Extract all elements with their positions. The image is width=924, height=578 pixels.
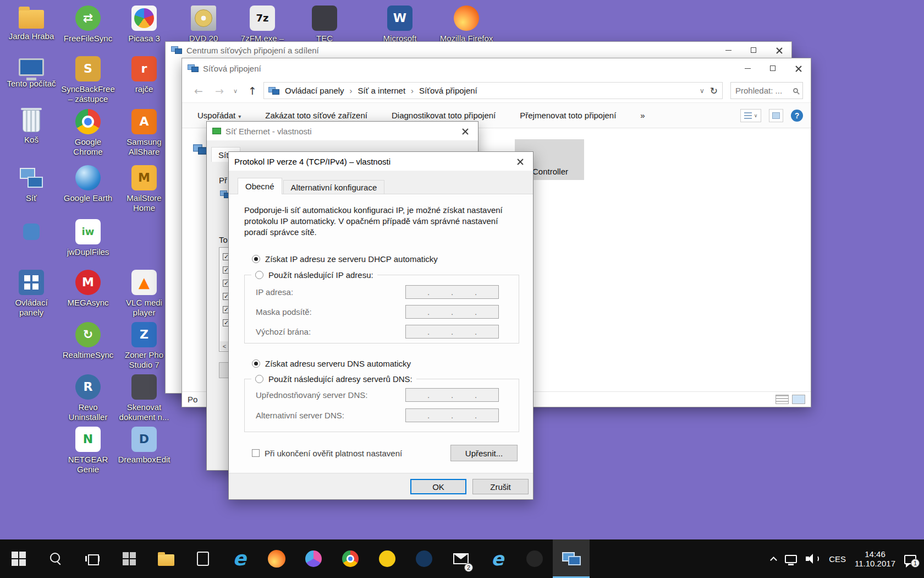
taskbar-internet-explorer[interactable]: e <box>479 539 516 578</box>
history-chevron-icon[interactable]: ∨ <box>230 83 240 99</box>
taskbar-task-view[interactable] <box>74 539 111 578</box>
default-gateway-input[interactable] <box>405 325 499 339</box>
tab-alternate-configuration[interactable]: Alternativní konfigurace <box>283 180 385 194</box>
maximize-button[interactable] <box>760 58 785 78</box>
desktop-icon-vlc[interactable]: ▲VLC medi player <box>116 270 173 318</box>
desktop-icon-netgear-genie[interactable]: NNETGEAR Genie <box>59 427 117 475</box>
taskbar-file-explorer[interactable] <box>147 539 184 578</box>
volume-icon[interactable] <box>806 553 820 564</box>
breadcrumb-item[interactable]: Síť a internet <box>358 86 406 95</box>
titlebar[interactable]: Síť Ethernet - vlastnosti <box>207 122 478 140</box>
forward-icon[interactable]: → <box>211 83 228 99</box>
taskbar-skype-app[interactable] <box>405 539 442 578</box>
taskbar-dark-app[interactable] <box>516 539 553 578</box>
desktop-icon-label: SyncBackFree – zástupce <box>59 84 117 104</box>
desktop-icon-jarda-hraba[interactable]: Jarda Hraba <box>3 6 60 41</box>
taskbar-app-frame[interactable] <box>184 539 221 578</box>
radio-dhcp-auto[interactable]: Získat IP adresu ze serveru DHCP automat… <box>252 253 438 264</box>
titlebar[interactable]: Síťová připojení <box>182 58 811 78</box>
refresh-icon[interactable]: ↻ <box>710 85 718 96</box>
close-button[interactable] <box>507 152 533 171</box>
view-options-button[interactable]: ∨ <box>740 109 761 122</box>
desktop-icon-realtimesync[interactable]: ↻RealtimeSync <box>59 322 117 360</box>
cancel-button[interactable]: Zrušit <box>472 479 529 494</box>
address-chevron-icon[interactable]: ∨ <box>700 87 705 95</box>
desktop-icon-dvd-20[interactable]: DVD 20 <box>175 6 232 43</box>
taskbar-network-connections[interactable] <box>553 539 590 578</box>
network-tray-icon[interactable] <box>785 555 797 563</box>
help-button[interactable]: ? <box>791 110 803 122</box>
desktop-icon-rajce[interactable]: rrajče <box>116 56 173 94</box>
advanced-button[interactable]: Upřesnit... <box>450 445 518 461</box>
tray-expand-icon[interactable] <box>770 557 777 564</box>
subnet-mask-input[interactable] <box>405 305 499 319</box>
desktop-icon-megasync[interactable]: MMEGAsync <box>59 270 117 308</box>
desktop-icon-picasa-3[interactable]: Picasa 3 <box>116 6 173 43</box>
action-center-icon[interactable]: 1 <box>904 555 916 564</box>
ok-button[interactable]: OK <box>410 479 466 494</box>
desktop-icon-google-chrome[interactable]: Google Chrome <box>59 109 117 157</box>
desktop-icon-syncbackfree[interactable]: SSyncBackFree – zástupce <box>59 56 117 104</box>
desktop-icon-ovladaci-panely[interactable]: Ovládací panely <box>3 270 60 318</box>
toolbar-disable-device[interactable]: Zakázat toto síťové zařízení <box>265 111 367 120</box>
desktop-icon-mailstore-home[interactable]: MMailStore Home <box>116 165 173 213</box>
taskbar-edge[interactable]: e <box>221 539 258 578</box>
search-input[interactable]: Prohledat: ... <box>730 82 803 99</box>
titlebar[interactable]: Centrum síťových připojení a sdílení <box>166 42 791 58</box>
up-icon[interactable]: ↑ <box>244 83 261 99</box>
toolbar-rename[interactable]: Přejmenovat toto připojení <box>520 111 616 120</box>
taskbar-messaging-app[interactable] <box>369 539 405 578</box>
desktop-icon-dreamboxedit[interactable]: DDreamboxEdit <box>116 427 173 465</box>
taskbar-mail[interactable]: 2 <box>442 539 479 578</box>
preview-pane-button[interactable] <box>769 109 783 122</box>
validate-settings-checkbox[interactable]: Při ukončení ověřit platnost nastavení <box>252 448 402 459</box>
desktop-icon-7zfm[interactable]: 7z7zFM.exe – <box>234 6 291 43</box>
thumbnail-view-icon[interactable] <box>792 395 805 404</box>
breadcrumb-item[interactable]: Síťová připojení <box>419 86 477 95</box>
taskbar-chrome[interactable] <box>332 539 369 578</box>
taskbar-start[interactable] <box>0 539 37 578</box>
close-button[interactable] <box>766 42 791 58</box>
ip-address-input[interactable] <box>405 285 499 299</box>
radio-dns-auto[interactable]: Získat adresu serveru DNS automaticky <box>252 358 411 369</box>
desktop-icon-freefilesync[interactable]: ⇄FreeFileSync <box>59 6 117 43</box>
address-bar[interactable]: Ovládací panely›Síť a internet›Síťová př… <box>263 82 723 99</box>
minimize-button[interactable] <box>716 42 741 58</box>
close-button[interactable] <box>785 58 811 78</box>
taskbar-photos-app[interactable] <box>295 539 332 578</box>
minimize-button[interactable] <box>735 58 760 78</box>
back-icon[interactable]: ← <box>190 83 207 99</box>
desktop-icon-samsung-allshare[interactable]: ASamsung AllShare <box>116 109 173 157</box>
desktop-icon-jwduplfiles[interactable]: iwjwDuplFiles <box>59 219 117 257</box>
toolbar-organize[interactable]: Uspořádat▾ <box>197 111 241 120</box>
maximize-button[interactable] <box>741 42 766 58</box>
desktop-icon-google-earth[interactable]: Google Earth <box>59 165 117 203</box>
desktop-icon-sit[interactable]: Síť <box>3 165 60 203</box>
language-indicator[interactable]: CES <box>829 554 846 564</box>
desktop-icon-tento-pocitac[interactable]: Tento počítač <box>3 56 60 89</box>
alternate-dns-input[interactable] <box>405 408 499 422</box>
radio-use-following-ip[interactable]: Použít následující IP adresu: <box>251 269 377 280</box>
toolbar-overflow[interactable]: » <box>640 111 645 120</box>
toolbar-diagnose[interactable]: Diagnostikovat toto připojení <box>392 111 496 120</box>
desktop-icon-zoner-photo-studio[interactable]: ZZoner Pho Studio 7 <box>116 322 173 370</box>
desktop-icon-unlabeled[interactable] <box>3 219 60 243</box>
desktop-icon-mozilla-firefox[interactable]: Mozilla Firefox <box>438 6 495 43</box>
date: 11.10.2017 <box>855 559 895 568</box>
desktop-icon-kos[interactable]: Koš <box>3 109 60 145</box>
preferred-dns-input[interactable] <box>405 388 499 402</box>
taskbar-search[interactable] <box>37 539 74 578</box>
desktop-icon-tec[interactable]: TEC <box>296 6 353 43</box>
clock[interactable]: 14:46 11.10.2017 <box>855 549 895 568</box>
taskbar-firefox[interactable] <box>258 539 295 578</box>
tab-general[interactable]: Obecné <box>238 178 282 194</box>
desktop-icon-microsoft-word[interactable]: WMicrosoft <box>371 6 428 43</box>
titlebar[interactable]: Protokol IP verze 4 (TCP/IPv4) – vlastno… <box>229 152 533 171</box>
close-button[interactable] <box>452 122 478 140</box>
desktop-icon-skenovat-dokument[interactable]: Skenovat dokument n... <box>116 374 173 422</box>
breadcrumb-item[interactable]: Ovládací panely <box>285 86 344 95</box>
taskbar-app-grid[interactable] <box>111 539 147 578</box>
radio-use-following-dns[interactable]: Použít následující adresy serverů DNS: <box>251 373 416 384</box>
desktop-icon-revo-uninstaller[interactable]: RRevo Uninstaller <box>59 374 117 422</box>
details-view-icon[interactable] <box>776 395 789 404</box>
